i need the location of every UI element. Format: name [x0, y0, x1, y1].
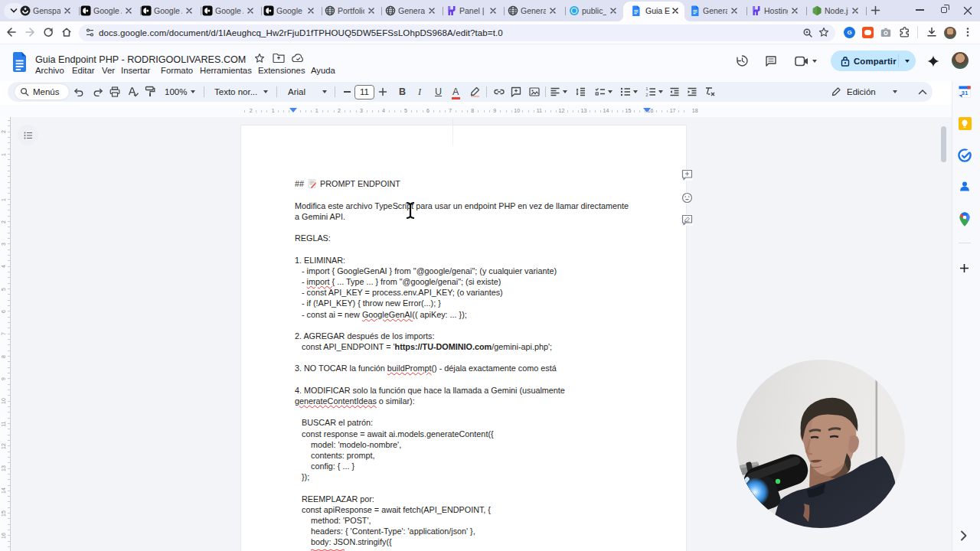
svg-text:2: 2 [646, 93, 648, 97]
svg-text:1: 1 [646, 87, 648, 91]
svg-text:31: 31 [962, 90, 969, 96]
